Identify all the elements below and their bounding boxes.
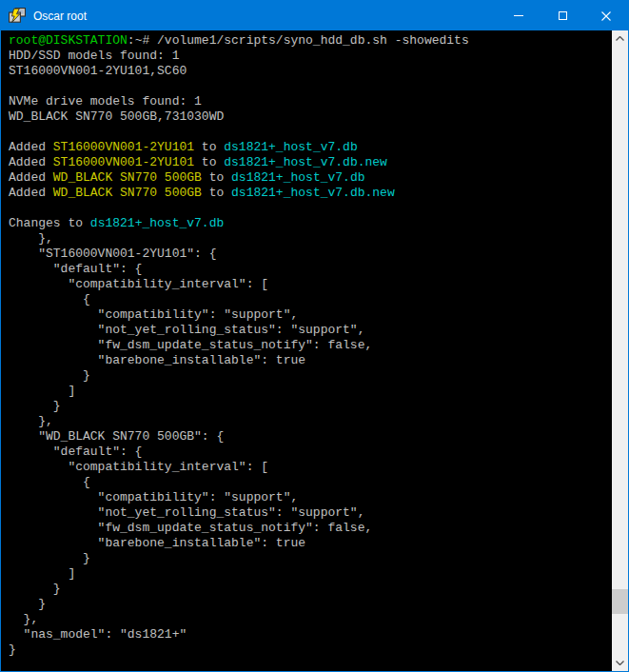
terminal-text-segment: to xyxy=(194,140,224,154)
terminal-text-segment: "WD_BLACK SN770 500GB": { xyxy=(9,429,224,444)
terminal-text-segment: ds1821+_host_v7.db xyxy=(231,170,364,185)
terminal-text-segment: Added xyxy=(9,186,53,200)
terminal-text-segment: to xyxy=(202,170,231,185)
terminal-text-segment: } xyxy=(9,642,16,657)
scrollbar-track[interactable] xyxy=(612,47,628,655)
terminal-text-segment: Added xyxy=(9,155,53,169)
terminal-line: "compatibility_interval": [ xyxy=(9,460,612,475)
terminal-line: } xyxy=(9,642,612,658)
terminal-text-segment: ds1821+_host_v7.db xyxy=(224,140,357,154)
scrollbar-thumb[interactable] xyxy=(612,589,628,614)
terminal-line: WD_BLACK SN770 500GB,731030WD xyxy=(9,109,612,125)
terminal-text-segment: "not_yet_rolling_status": "support", xyxy=(9,323,364,337)
terminal-line: root@DISKSTATION:~# /volume1/scripts/syn… xyxy=(9,33,612,49)
terminal-output[interactable]: root@DISKSTATION:~# /volume1/scripts/syn… xyxy=(1,30,612,671)
terminal-text-segment: { xyxy=(9,475,90,489)
terminal-line: "default": { xyxy=(9,445,612,460)
scrollbar[interactable] xyxy=(612,30,628,671)
terminal-line: "fw_dsm_update_status_notify": false, xyxy=(9,521,612,536)
terminal-text-segment: "compatibility": "support", xyxy=(9,307,298,322)
terminal-text-segment: "compatibility": "support", xyxy=(9,490,298,504)
terminal-text-segment: Added xyxy=(9,140,53,154)
terminal-line: } xyxy=(9,368,612,384)
terminal-line: "barebone_installable": true xyxy=(9,353,612,368)
terminal-text-segment: "ST16000VN001-2YU101": { xyxy=(9,247,216,261)
terminal-text-segment: } xyxy=(9,597,46,611)
minimize-icon xyxy=(514,15,523,16)
terminal-line: "fw_dsm_update_status_notify": false, xyxy=(9,338,612,353)
terminal-line: Added WD_BLACK SN770 500GB to ds1821+_ho… xyxy=(9,186,612,201)
terminal-line xyxy=(9,79,612,94)
window-controls xyxy=(497,1,628,30)
terminal-text-segment: ] xyxy=(9,384,75,398)
terminal-text-segment: ds1821+_host_v7.db.new xyxy=(231,186,395,200)
terminal-text-segment: }, xyxy=(9,414,53,428)
window-title: Oscar root xyxy=(33,10,497,23)
terminal-text-segment: "compatibility_interval": [ xyxy=(9,277,268,291)
terminal-text-segment: HDD/SSD models found: 1 xyxy=(9,49,179,63)
terminal-line: NVMe drive models found: 1 xyxy=(9,94,612,109)
terminal-text-segment: ST16000VN001-2YU101 xyxy=(53,140,194,154)
terminal-text-segment: "fw_dsm_update_status_notify": false, xyxy=(9,338,372,352)
terminal-text-segment: ds1821+_host_v7.db xyxy=(90,216,224,230)
maximize-icon xyxy=(559,11,567,20)
terminal-text-segment: } xyxy=(9,368,90,383)
titlebar[interactable]: Oscar root xyxy=(1,1,628,30)
terminal-line xyxy=(9,125,612,140)
terminal-text-segment: to xyxy=(202,186,231,200)
putty-app-icon xyxy=(9,8,26,25)
terminal-text-segment: WD_BLACK SN770 500GB xyxy=(53,186,202,200)
terminal-line xyxy=(9,201,612,216)
terminal-text-segment: ] xyxy=(9,566,75,581)
scroll-up-button[interactable] xyxy=(612,30,628,47)
terminal-text-segment: NVMe drive models found: 1 xyxy=(9,94,202,109)
scroll-down-button[interactable] xyxy=(612,655,628,671)
terminal-line: { xyxy=(9,475,612,490)
terminal-text-segment: ST16000VN001-2YU101,SC60 xyxy=(9,64,187,78)
chevron-up-icon xyxy=(616,36,624,41)
terminal-text-segment: "nas_model": "ds1821+" xyxy=(9,627,187,642)
terminal-line: } xyxy=(9,582,612,597)
terminal-line: { xyxy=(9,292,612,307)
terminal-text-segment: ds1821+_host_v7.db.new xyxy=(224,155,387,169)
terminal-text-segment: WD_BLACK SN770 500GB,731030WD xyxy=(9,109,224,124)
terminal-line: "WD_BLACK SN770 500GB": { xyxy=(9,429,612,445)
terminal-text-segment: "barebone_installable": true xyxy=(9,536,305,550)
terminal-text-segment: "barebone_installable": true xyxy=(9,353,305,367)
terminal-line: "compatibility": "support", xyxy=(9,490,612,505)
terminal-text-segment: "fw_dsm_update_status_notify": false, xyxy=(9,521,372,535)
terminal-line: "barebone_installable": true xyxy=(9,536,612,551)
terminal-text-segment: Changes to xyxy=(9,216,90,230)
terminal-text-segment: } xyxy=(9,399,61,413)
terminal-line: } xyxy=(9,597,612,612)
terminal-line: } xyxy=(9,551,612,566)
terminal-line: Added ST16000VN001-2YU101 to ds1821+_hos… xyxy=(9,140,612,155)
terminal-line: HDD/SSD models found: 1 xyxy=(9,49,612,64)
minimize-button[interactable] xyxy=(497,1,541,30)
terminal-text-segment: { xyxy=(9,292,90,306)
terminal-line: Changes to ds1821+_host_v7.db xyxy=(9,216,612,231)
terminal-line: }, xyxy=(9,612,612,627)
putty-window: Oscar root root@DISKSTATION:~# /volume1/… xyxy=(0,0,629,672)
terminal-text-segment: :~# /volume1/scripts/syno_hdd_db.sh -sho… xyxy=(128,33,469,48)
terminal-line: "not_yet_rolling_status": "support", xyxy=(9,323,612,338)
terminal-text-segment: WD_BLACK SN770 500GB xyxy=(53,170,202,185)
terminal-text-segment: "default": { xyxy=(9,445,142,459)
maximize-button[interactable] xyxy=(541,1,584,30)
terminal-text-segment: Added xyxy=(9,170,53,185)
terminal-text-segment: }, xyxy=(9,231,53,246)
terminal-line: "compatibility_interval": [ xyxy=(9,277,612,292)
terminal-text-segment: root@DISKSTATION xyxy=(9,33,128,48)
close-button[interactable] xyxy=(584,1,628,30)
terminal-line: "default": { xyxy=(9,262,612,277)
terminal-text-segment: } xyxy=(9,582,61,596)
terminal-line: "not_yet_rolling_status": "support", xyxy=(9,505,612,521)
terminal-text-segment: ST16000VN001-2YU101 xyxy=(53,155,194,169)
terminal-text-segment: }, xyxy=(9,612,38,626)
terminal-line: "compatibility": "support", xyxy=(9,307,612,323)
terminal-line: }, xyxy=(9,231,612,247)
terminal-line: ] xyxy=(9,566,612,582)
terminal-line: ] xyxy=(9,384,612,399)
terminal-line: ST16000VN001-2YU101,SC60 xyxy=(9,64,612,79)
terminal-line: } xyxy=(9,399,612,414)
